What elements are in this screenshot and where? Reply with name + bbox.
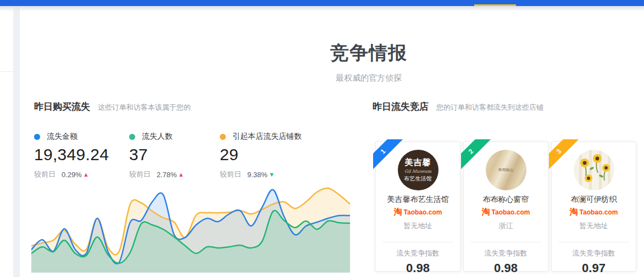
rank-number: 3 <box>549 139 580 172</box>
index-value: 0.98 <box>464 261 548 275</box>
card-divider <box>470 242 541 242</box>
index-label: 流失竞争指数 <box>376 248 460 258</box>
taobao-link[interactable]: 淘 Taobao.com <box>464 207 548 217</box>
legend-dot-icon <box>129 134 135 140</box>
taobao-link[interactable]: 淘 Taobao.com <box>552 207 636 217</box>
metric-label: 流失金额 <box>47 132 77 142</box>
logo-text: 布布称心 <box>498 167 514 173</box>
card-divider <box>558 242 629 242</box>
metric-value: 19,349.24 <box>34 145 129 164</box>
legend-dot-icon <box>34 134 40 140</box>
page-title: 竞争情报 <box>93 41 644 66</box>
metric-loss-amount: 流失金额 19,349.24 较前日 0.29% ▲ <box>34 132 129 179</box>
shop-name: 美吉馨布艺生活馆 <box>376 195 460 205</box>
page-header: 竞争情报 最权威的官方侦探 <box>93 41 644 83</box>
active-tab-indicator[interactable] <box>474 4 516 6</box>
metric-loss-shops: 引起本店流失店铺数 29 较前日 9.38% ▼ <box>220 132 302 179</box>
index-label: 流失竞争指数 <box>464 248 548 258</box>
platform-name: Taobao.com <box>492 208 530 216</box>
compare-label: 较前日 <box>220 169 241 179</box>
rank-ribbon: 2 <box>461 139 495 173</box>
layout-gutter <box>13 6 20 277</box>
metric-label: 引起本店流失店铺数 <box>232 132 302 142</box>
taobao-icon: 淘 <box>570 207 578 217</box>
shop-location: 暂无地址 <box>552 221 636 231</box>
topbar-shadow <box>0 6 644 12</box>
compare-label: 较前日 <box>129 169 151 179</box>
loss-trend-area-chart[interactable] <box>31 183 350 273</box>
change-percent: 9.38% <box>247 171 268 179</box>
logo-text: 布艺生活馆 <box>398 175 438 183</box>
taobao-link[interactable]: 淘 Taobao.com <box>376 207 460 217</box>
taobao-icon: 淘 <box>394 207 402 217</box>
rank-number: 2 <box>461 139 492 172</box>
loss-section-subtitle: 这些订单和访客本该属于您的 <box>98 103 191 111</box>
sidebar-strip <box>0 6 13 277</box>
competitor-card-1[interactable]: 1 美吉馨 Gil Museum 布艺生活馆 美吉馨布艺生活馆 淘 Taobao… <box>375 142 460 272</box>
index-value: 0.97 <box>552 261 636 275</box>
shop-name: 布澜可伊纺织 <box>552 195 636 205</box>
metric-compare: 较前日 2.78% ▲ <box>129 169 220 179</box>
index-label: 流失竞争指数 <box>552 248 636 258</box>
loss-metrics: 流失金额 19,349.24 较前日 0.29% ▲ 流失人数 37 较前日 2… <box>34 132 302 179</box>
legend-item-loss-visitors[interactable]: 流失人数 <box>129 132 220 142</box>
platform-name: Taobao.com <box>580 208 618 216</box>
rank-ribbon: 3 <box>549 139 583 173</box>
compare-label: 较前日 <box>34 169 55 179</box>
shop-location: 浙江 <box>464 221 548 231</box>
competitor-card-3[interactable]: 3 布澜可伊 <box>551 142 636 272</box>
metric-compare: 较前日 9.38% ▼ <box>220 169 302 179</box>
competitors-section-subtitle: 您的订单和访客都流失到这些店铺 <box>436 103 543 111</box>
metric-value: 37 <box>129 145 220 164</box>
metric-label: 流失人数 <box>142 132 173 142</box>
loss-section-header: 昨日购买流失这些订单和访客本该属于您的 <box>34 100 191 113</box>
rank-number: 1 <box>373 139 404 172</box>
trend-up-icon: ▲ <box>178 171 184 178</box>
platform-name: Taobao.com <box>404 208 442 216</box>
trend-up-icon: ▲ <box>83 171 89 178</box>
shop-name: 布布称心窗帘 <box>464 195 548 205</box>
loss-section-title: 昨日购买流失 <box>34 101 90 112</box>
metric-loss-visitors: 流失人数 37 较前日 2.78% ▲ <box>129 132 220 179</box>
legend-item-loss-amount[interactable]: 流失金额 <box>34 132 129 142</box>
rank-ribbon: 1 <box>373 139 407 173</box>
top-navigation-bar <box>0 0 644 6</box>
page-subtitle: 最权威的官方侦探 <box>93 73 644 83</box>
competitors-section-title: 昨日流失竞店 <box>373 101 429 112</box>
trend-down-icon: ▼ <box>269 171 275 178</box>
index-value: 0.98 <box>376 261 460 275</box>
shop-location: 暂无地址 <box>376 221 460 231</box>
competitor-cards: 1 美吉馨 Gil Museum 布艺生活馆 美吉馨布艺生活馆 淘 Taobao… <box>375 142 636 272</box>
metric-compare: 较前日 0.29% ▲ <box>34 169 129 179</box>
competitors-section-header: 昨日流失竞店您的订单和访客都流失到这些店铺 <box>373 100 543 113</box>
metric-value: 29 <box>220 145 302 164</box>
taobao-icon: 淘 <box>482 207 490 217</box>
legend-item-loss-shops[interactable]: 引起本店流失店铺数 <box>220 132 302 142</box>
change-percent: 2.78% <box>157 171 177 179</box>
sidebar-divider <box>0 71 13 72</box>
competitor-card-2[interactable]: 2 布布称心 布布称心窗帘 淘 Taobao.com 浙江 流失竞争指数 0.9… <box>463 142 548 272</box>
change-percent: 0.29% <box>62 171 82 179</box>
card-divider <box>382 242 453 242</box>
legend-dot-icon <box>220 134 226 140</box>
